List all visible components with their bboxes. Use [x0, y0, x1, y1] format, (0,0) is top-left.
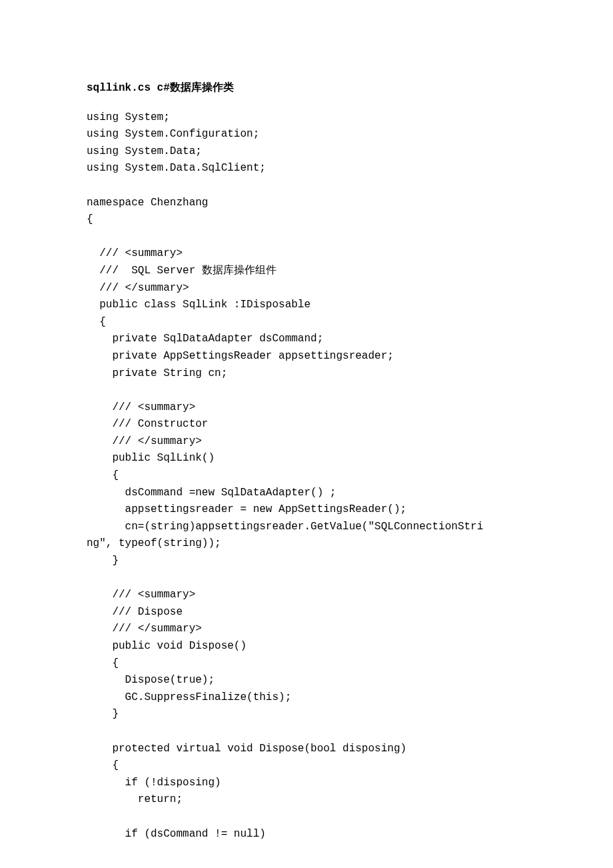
document-title: sqllink.cs c#数据库操作类	[87, 80, 526, 97]
code-block: using System; using System.Configuration…	[87, 109, 526, 843]
